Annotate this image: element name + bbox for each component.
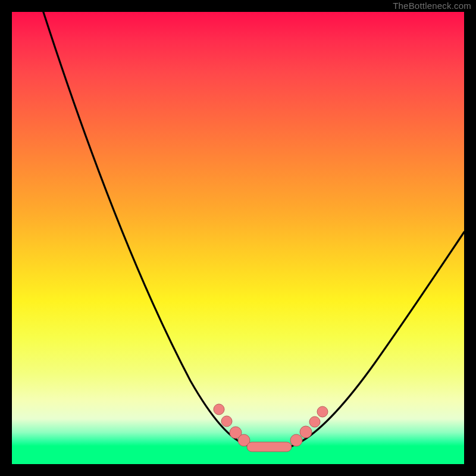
valley-markers [214,404,328,452]
svg-rect-4 [247,442,292,452]
bottleneck-curve-svg [12,12,464,464]
svg-point-7 [309,416,320,427]
curve-left-arm [36,12,247,445]
chart-frame: TheBottleneck.com [0,0,476,476]
svg-point-1 [221,416,232,427]
plot-area [12,12,464,464]
attribution-text: TheBottleneck.com [393,0,471,12]
svg-point-0 [214,404,224,415]
svg-point-6 [300,426,312,438]
svg-point-8 [317,406,328,417]
svg-point-5 [290,434,302,446]
